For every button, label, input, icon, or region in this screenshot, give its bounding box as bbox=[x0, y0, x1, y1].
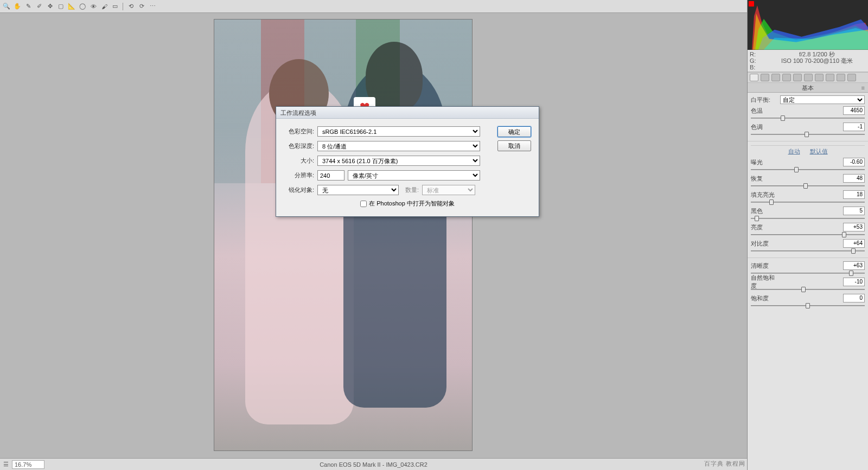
slider-value[interactable]: -10 bbox=[843, 278, 865, 286]
panel-tabs bbox=[748, 72, 868, 83]
graduated-filter-icon[interactable]: ▭ bbox=[111, 2, 119, 11]
slider-label: 饱和度 bbox=[751, 294, 778, 302]
tab-detail-icon[interactable] bbox=[771, 74, 780, 81]
resolution-input[interactable] bbox=[317, 170, 344, 181]
slider-value[interactable]: -1 bbox=[843, 123, 865, 131]
tab-basic-icon[interactable] bbox=[750, 74, 758, 81]
right-panel: R: G: B: f/2.8 1/200 秒 ISO 100 70-200@11… bbox=[747, 0, 868, 470]
status-bar: ☰ 16.7% Canon EOS 5D Mark II - IMG_0423.… bbox=[0, 458, 747, 470]
slider-value[interactable]: -0.60 bbox=[843, 158, 865, 166]
slider-track[interactable] bbox=[751, 167, 865, 172]
workflow-options-dialog: 工作流程选项 确定 取消 色彩空间: sRGB IEC61966-2.1 色彩深… bbox=[276, 106, 539, 217]
wb-select[interactable]: 自定 bbox=[780, 95, 865, 104]
color-sampler-icon[interactable]: ✥ bbox=[46, 2, 54, 11]
crop-icon[interactable]: ▢ bbox=[56, 2, 65, 11]
cancel-button[interactable]: 取消 bbox=[497, 140, 531, 151]
bit-depth-label: 色彩深度: bbox=[284, 142, 314, 150]
slider-track[interactable] bbox=[751, 248, 865, 254]
slider-label: 填充亮光 bbox=[751, 191, 778, 199]
slider-value[interactable]: +63 bbox=[843, 261, 865, 270]
watermark: 百字典 教程网 bbox=[704, 460, 745, 468]
tab-preset-icon[interactable] bbox=[837, 74, 845, 81]
straighten-icon[interactable]: 📐 bbox=[67, 2, 76, 11]
tab-hsl-icon[interactable] bbox=[782, 74, 791, 81]
prefs-icon[interactable]: ⋯ bbox=[148, 2, 157, 11]
slider-track[interactable] bbox=[751, 216, 865, 221]
smart-object-label: 在 Photoshop 中打开为智能对象 bbox=[369, 199, 455, 208]
rotate-cw-icon[interactable]: ⟳ bbox=[137, 2, 146, 11]
redeye-icon[interactable]: 👁 bbox=[89, 2, 98, 11]
slider-track[interactable] bbox=[751, 199, 865, 205]
slider-track[interactable] bbox=[751, 287, 865, 292]
dialog-title[interactable]: 工作流程选项 bbox=[276, 107, 539, 119]
slider-track[interactable] bbox=[751, 132, 865, 137]
tab-snap-icon[interactable] bbox=[847, 74, 856, 81]
slider-label: 黑色 bbox=[751, 207, 778, 215]
slider-value[interactable]: 0 bbox=[843, 294, 865, 302]
color-space-select[interactable]: sRGB IEC61966-2.1 bbox=[317, 126, 480, 137]
slider-value[interactable]: 4650 bbox=[843, 106, 865, 115]
zoom-icon[interactable]: 🔍 bbox=[2, 2, 11, 11]
rgb-g-label: G: bbox=[750, 57, 768, 64]
slider-row: 亮度+53 bbox=[751, 222, 865, 232]
zoom-level[interactable]: 16.7% bbox=[12, 460, 44, 469]
bit-depth-select[interactable]: 8 位/通道 bbox=[317, 141, 480, 151]
eyedropper-icon[interactable]: ✐ bbox=[35, 2, 43, 11]
slider-label: 色温 bbox=[751, 107, 778, 115]
smart-object-checkbox[interactable] bbox=[360, 201, 367, 207]
auto-default-bar: 自动 默认值 bbox=[751, 145, 865, 156]
slider-value[interactable]: 5 bbox=[843, 207, 865, 215]
adjustment-brush-icon[interactable]: 🖌 bbox=[100, 2, 108, 11]
slider-value[interactable]: +64 bbox=[843, 239, 865, 248]
tab-fx-icon[interactable] bbox=[815, 74, 824, 81]
tab-lens-icon[interactable] bbox=[804, 74, 813, 81]
tab-curve-icon[interactable] bbox=[761, 74, 769, 81]
slider-row: 黑色5 bbox=[751, 206, 865, 216]
sharpen-for-select[interactable]: 无 bbox=[317, 185, 399, 195]
photo-content bbox=[214, 20, 472, 450]
camera-info[interactable]: Canon EOS 5D Mark II - IMG_0423.CR2 bbox=[320, 461, 427, 468]
canvas-area bbox=[0, 13, 747, 458]
slider-label: 曝光 bbox=[751, 158, 778, 166]
tab-split-icon[interactable] bbox=[793, 74, 802, 81]
slider-row: 恢复48 bbox=[751, 173, 865, 183]
slider-track[interactable] bbox=[751, 183, 865, 189]
color-space-label: 色彩空间: bbox=[284, 127, 314, 136]
amount-label: 数量: bbox=[405, 186, 419, 194]
slider-row: 自然饱和度-10 bbox=[751, 277, 865, 287]
filmstrip-toggle-icon[interactable]: ☰ bbox=[3, 461, 9, 468]
rgb-r-label: R: bbox=[750, 51, 768, 57]
exposure-meta-1: f/2.8 1/200 秒 bbox=[768, 51, 866, 57]
exposure-meta-2: ISO 100 70-200@110 毫米 bbox=[768, 57, 866, 64]
tab-calib-icon[interactable] bbox=[826, 74, 834, 81]
slider-value[interactable]: +53 bbox=[843, 223, 865, 231]
image-canvas[interactable] bbox=[214, 20, 472, 450]
auto-link[interactable]: 自动 bbox=[788, 147, 800, 156]
slider-row: 饱和度0 bbox=[751, 293, 865, 303]
slider-value[interactable]: 48 bbox=[843, 174, 865, 183]
slider-track[interactable] bbox=[751, 115, 865, 121]
slider-row: 清晰度+63 bbox=[751, 261, 865, 271]
size-select[interactable]: 3744 x 5616 (21.0 百万像素) bbox=[317, 156, 480, 166]
spot-removal-icon[interactable]: ◯ bbox=[78, 2, 87, 11]
hand-icon[interactable]: ✋ bbox=[13, 2, 22, 11]
resolution-unit-select[interactable]: 像素/英寸 bbox=[348, 170, 480, 181]
sharpen-for-label: 锐化对象: bbox=[284, 186, 314, 194]
slider-label: 色调 bbox=[751, 123, 778, 131]
ok-button[interactable]: 确定 bbox=[497, 126, 531, 137]
slider-label: 亮度 bbox=[751, 223, 778, 231]
slider-row: 曝光-0.60 bbox=[751, 157, 865, 167]
wb-row: 白平衡: 自定 bbox=[751, 95, 865, 105]
slider-track[interactable] bbox=[751, 232, 865, 237]
toolbar-separator bbox=[123, 3, 123, 10]
histogram[interactable] bbox=[748, 0, 868, 50]
slider-row: 色调-1 bbox=[751, 122, 865, 132]
eyedropper-white-icon[interactable]: ✎ bbox=[24, 2, 33, 11]
rotate-ccw-icon[interactable]: ⟲ bbox=[126, 2, 135, 11]
slider-track[interactable] bbox=[751, 303, 865, 308]
slider-value[interactable]: 18 bbox=[843, 190, 865, 199]
slider-row: 填充亮光18 bbox=[751, 190, 865, 199]
slider-track[interactable] bbox=[751, 271, 865, 276]
default-link[interactable]: 默认值 bbox=[810, 147, 828, 156]
basic-controls: 白平衡: 自定 色温4650色调-1 自动 默认值 曝光-0.60恢复48填充亮… bbox=[748, 93, 868, 312]
